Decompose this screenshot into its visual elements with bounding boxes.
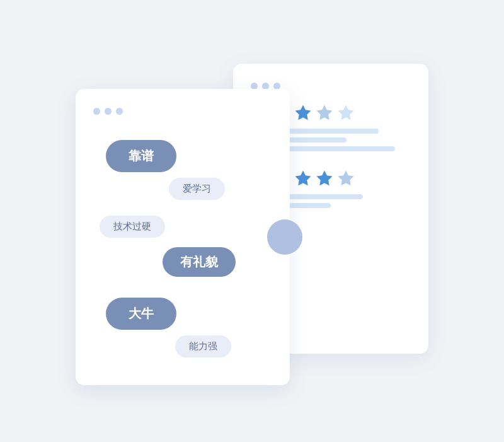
tags-card: 靠谱 爱学习 技术过硬 有礼貌 大牛 能力强	[76, 89, 290, 385]
dot-1	[93, 108, 100, 115]
dot-1	[251, 83, 258, 90]
dot-3	[116, 108, 123, 115]
card-back-dots	[251, 83, 411, 90]
tag-youli: 有礼貌	[163, 247, 236, 277]
star-empty-icon	[336, 103, 355, 122]
star-filled-icon	[315, 169, 334, 188]
svg-marker-4	[338, 105, 354, 120]
dot-2	[105, 108, 112, 115]
tag-aixuexi: 爱学习	[169, 178, 225, 200]
tag-jishu: 技术过硬	[100, 216, 165, 238]
tag-daniu: 大牛	[106, 298, 176, 330]
card-front-dots	[93, 108, 272, 115]
svg-marker-3	[317, 105, 333, 120]
avatar	[267, 219, 302, 255]
dot-3	[273, 83, 280, 90]
svg-marker-9	[338, 170, 354, 185]
svg-marker-2	[295, 105, 311, 120]
svg-marker-8	[317, 170, 333, 185]
star-filled-icon	[294, 169, 312, 188]
dot-2	[262, 83, 269, 90]
star-half-icon	[336, 169, 355, 188]
star-half-icon	[315, 103, 334, 122]
tags-area: 靠谱 爱学习 技术过硬 有礼貌 大牛 能力强	[93, 140, 272, 354]
star-filled-icon	[294, 103, 312, 122]
tag-kapu: 靠谱	[106, 140, 176, 172]
svg-marker-7	[295, 170, 311, 185]
tag-nengli: 能力强	[175, 335, 231, 358]
illustration-scene: 靠谱 爱学习 技术过硬 有礼貌 大牛 能力强 新图网 新图网 新图网 新图网	[76, 51, 428, 392]
